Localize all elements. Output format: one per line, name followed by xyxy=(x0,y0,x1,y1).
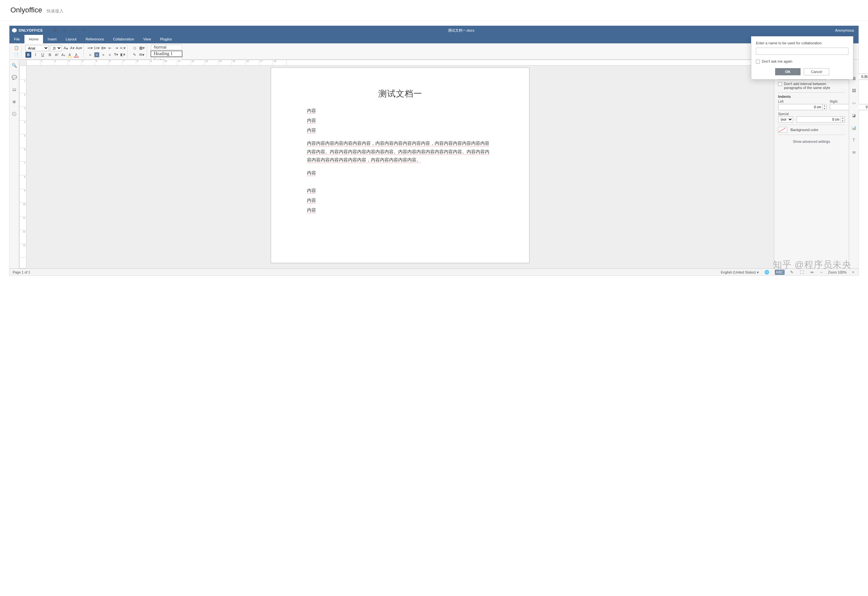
page-count[interactable]: Page 1 of 1 xyxy=(13,270,30,274)
indent-left-input[interactable] xyxy=(778,104,823,110)
bold-button[interactable]: B xyxy=(25,52,31,58)
copy-style-icon[interactable]: ✎ xyxy=(131,52,137,58)
shape-settings-icon[interactable]: ◪ xyxy=(852,113,856,118)
align-center-icon[interactable]: ≡ xyxy=(94,52,99,58)
outline-icon[interactable]: ≣ xyxy=(12,99,16,104)
find-icon[interactable]: 🔍 xyxy=(12,63,17,68)
zoom-out-icon[interactable]: − xyxy=(819,270,823,275)
doc-line: 内容 xyxy=(307,206,493,214)
checkbox-icon[interactable] xyxy=(778,82,782,86)
align-right-icon[interactable]: ≡ xyxy=(101,52,106,58)
advanced-settings-link[interactable]: Show advanced settings xyxy=(778,139,845,143)
tab-references[interactable]: References xyxy=(81,35,108,43)
numbering-icon[interactable]: 1≡▾ xyxy=(94,45,99,50)
multilevel-icon[interactable]: ≣▾ xyxy=(101,45,106,50)
track-changes-icon[interactable]: ABC xyxy=(775,270,785,275)
header-settings-icon[interactable]: ▭ xyxy=(852,101,856,105)
nonprinting-icon[interactable]: ¶▾ xyxy=(114,52,119,58)
fit-width-icon[interactable]: ⇔ xyxy=(809,270,815,275)
style-normal[interactable]: Normal xyxy=(151,45,182,50)
brand-text: ONLYOFFICE xyxy=(19,28,43,32)
about-icon[interactable]: ⓘ xyxy=(12,111,16,117)
italic-button[interactable]: I xyxy=(32,52,38,58)
article-header: Onlyoffice 快速接入 xyxy=(0,0,868,21)
page-1[interactable]: 测试文档一 内容内容内容 内容内容内容内容内容内容内容，内容内容内容内容内容内容… xyxy=(271,68,530,263)
dec-indent-icon[interactable]: ⇤ xyxy=(107,45,112,50)
shading-icon[interactable]: ◧▾ xyxy=(120,52,125,58)
language-status[interactable]: English (United States) ▾ xyxy=(721,270,759,274)
doc-line: 内容 xyxy=(307,106,493,115)
doc-line: 内容 xyxy=(307,186,493,195)
ok-button[interactable]: OK xyxy=(775,68,800,75)
undo-icon[interactable]: ↶ xyxy=(72,27,78,33)
zoom-level[interactable]: Zoom 100% xyxy=(828,270,846,274)
tools-group: ◇ ▦▾ ✎ ✉▾ xyxy=(130,45,147,58)
special-indent-select[interactable]: (none) xyxy=(778,116,793,123)
color-schemes-icon[interactable]: ▦▾ xyxy=(139,45,145,51)
checkbox-icon[interactable] xyxy=(756,60,760,64)
quick-access: 🖫 🖨 ↶ ↷ xyxy=(52,27,87,33)
print-icon[interactable]: 🖨 xyxy=(62,27,68,33)
page-canvas[interactable]: 测试文档一 内容内容内容 内容内容内容内容内容内容内容，内容内容内容内容内容内容… xyxy=(27,65,774,268)
redo-icon[interactable]: ↷ xyxy=(81,27,87,33)
font-color-button[interactable]: A xyxy=(74,52,79,58)
doc-line: 内容 xyxy=(307,116,493,125)
tab-insert[interactable]: Insert xyxy=(43,35,61,43)
bullets-icon[interactable]: •≡▾ xyxy=(88,45,93,50)
tab-plugins[interactable]: Plugins xyxy=(155,35,176,43)
brand-logo[interactable]: ONLYOFFICE xyxy=(12,28,43,33)
comments-icon[interactable]: 💬 xyxy=(12,75,17,80)
fit-page-icon[interactable]: ⛶ xyxy=(799,270,805,275)
mailmerge-icon[interactable]: ✉▾ xyxy=(139,52,145,58)
cancel-button[interactable]: Cancel xyxy=(804,68,829,75)
align-justify-icon[interactable]: ≡ xyxy=(107,52,112,58)
right-rail: ▦ 🖼 ▭ ◪ 📊 T ✉ xyxy=(849,60,859,268)
font-name-select[interactable]: Arial xyxy=(25,45,49,51)
left-sidebar: 🔍 💬 🗂 ≣ ⓘ xyxy=(9,60,19,268)
tab-collaboration[interactable]: Collaboration xyxy=(108,35,139,43)
special-by-input[interactable] xyxy=(796,116,841,123)
inc-indent-icon[interactable]: ⇥ xyxy=(114,45,119,50)
dont-ask-check[interactable]: Don't ask me again xyxy=(756,59,849,64)
strike-button[interactable]: S xyxy=(47,52,53,58)
change-case-icon[interactable]: Aa▾ xyxy=(76,46,81,51)
image-settings-icon[interactable]: 🖼 xyxy=(852,88,856,93)
textart-settings-icon[interactable]: T xyxy=(853,138,855,142)
collab-name-input[interactable] xyxy=(756,47,849,55)
menu-bar: File Home Insert Layout References Colla… xyxy=(9,35,859,43)
font-size-select[interactable]: 20 xyxy=(50,45,62,51)
clipboard-group: 📋 📄 xyxy=(12,45,22,58)
copy-icon[interactable]: 📋 xyxy=(13,45,19,51)
grow-font-icon[interactable]: A▴ xyxy=(63,46,68,51)
style-heading1[interactable]: Heading 1 xyxy=(151,51,182,57)
doc-lang-icon[interactable]: ✎ xyxy=(789,270,794,275)
indent-left-label: Left xyxy=(778,100,827,104)
dont-add-interval-check[interactable]: Don't add interval between paragraphs of… xyxy=(778,82,845,90)
document-name: 测试文档一.docx xyxy=(87,28,835,33)
shrink-font-icon[interactable]: A▾ xyxy=(70,46,75,51)
horizontal-ruler[interactable]: 123456789101112131415161718 xyxy=(27,60,774,65)
doc-heading: 测试文档一 xyxy=(307,88,493,99)
bg-color-swatch[interactable] xyxy=(778,127,787,133)
zoom-in-icon[interactable]: + xyxy=(851,270,855,275)
save-icon[interactable]: 🖫 xyxy=(52,27,58,33)
user-name[interactable]: Anonymous xyxy=(835,28,856,32)
underline-button[interactable]: U xyxy=(40,52,46,58)
tab-layout[interactable]: Layout xyxy=(61,35,81,43)
tab-file[interactable]: File xyxy=(9,35,24,43)
align-left-icon[interactable]: ≡ xyxy=(88,52,93,58)
subscript-button[interactable]: A₂ xyxy=(61,52,66,58)
tab-home[interactable]: Home xyxy=(24,35,43,43)
highlight-button[interactable]: A xyxy=(67,52,72,58)
clear-style-icon[interactable]: ◇ xyxy=(131,45,137,51)
vertical-ruler[interactable]: 12345678910111213 xyxy=(19,65,27,268)
tab-view[interactable]: View xyxy=(139,35,156,43)
chart-settings-icon[interactable]: 📊 xyxy=(852,126,856,130)
superscript-button[interactable]: A² xyxy=(54,52,59,58)
paste-icon[interactable]: 📄 xyxy=(13,52,19,58)
line-spacing-icon[interactable]: ≡↕▾ xyxy=(120,45,125,50)
spellcheck-icon[interactable]: 🌐 xyxy=(763,270,770,275)
navigation-icon[interactable]: 🗂 xyxy=(12,87,16,92)
paragraph-settings-panel: Paragraph Spacing Before ▲▼ After ▲▼ Don… xyxy=(774,60,849,268)
mail-settings-icon[interactable]: ✉ xyxy=(852,150,856,155)
